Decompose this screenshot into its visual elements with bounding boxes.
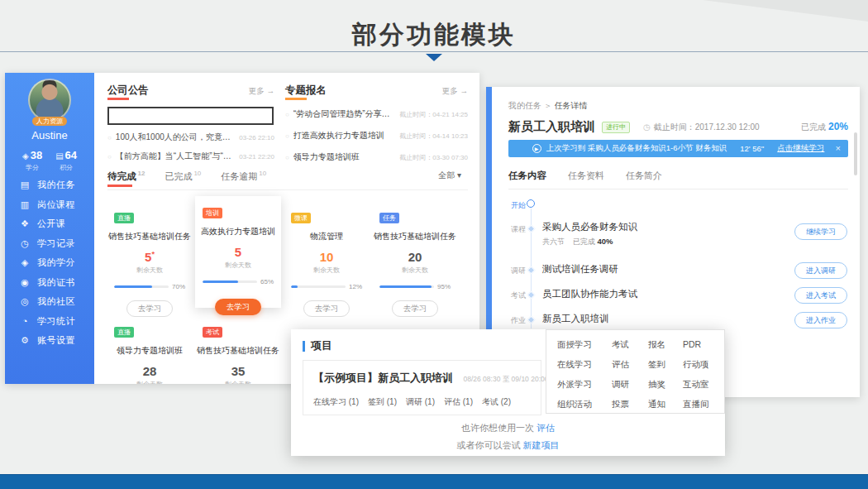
- evaluation-link[interactable]: 评估: [537, 423, 555, 433]
- task-card[interactable]: 微课 物流管理 10 剩余天数 12% 去学习: [284, 203, 370, 302]
- filter-dropdown[interactable]: 全部 ▾: [438, 170, 461, 181]
- menu-item-external-learning[interactable]: 外派学习: [557, 377, 612, 391]
- announcement-item[interactable]: ○ 【前方高能】当“人工智能”与“企业... 03-21 22:20: [107, 151, 274, 162]
- go-learn-button[interactable]: 去学习: [126, 300, 173, 317]
- sidebar-item-my-certificates[interactable]: ◉我的证书: [5, 273, 94, 293]
- days-remaining-value: 10: [284, 250, 370, 264]
- task-title: 新员工入职培训: [508, 119, 595, 135]
- progress-bar: 95%: [379, 283, 451, 290]
- menu-item-organize-activity[interactable]: 组织活动: [557, 397, 612, 411]
- topics-underline: [285, 98, 307, 100]
- breadcrumb-parent[interactable]: 我的任务: [508, 101, 541, 110]
- sidebar-item-learning-stats[interactable]: ◔学习统计: [5, 312, 94, 332]
- menu-item-face-to-face[interactable]: 面授学习: [557, 338, 612, 352]
- go-learn-button[interactable]: 去学习: [215, 299, 261, 315]
- enter-survey-button[interactable]: 进入调研: [794, 262, 847, 279]
- point-icon: ▤: [55, 151, 63, 161]
- continue-learning-link[interactable]: 点击继续学习: [777, 143, 824, 154]
- announcement-item[interactable]: ○ 100人和1000人的公司，究竟区别在... 03-26 22:10: [107, 132, 274, 143]
- menu-item-survey[interactable]: 调研: [612, 377, 648, 391]
- menu-item-pdr[interactable]: PDR: [683, 338, 719, 352]
- sidebar-item-learning-records[interactable]: ◷学习记录: [5, 234, 94, 254]
- timeline-item-title[interactable]: 测试培训任务调研: [542, 263, 618, 276]
- close-icon[interactable]: ×: [836, 143, 841, 153]
- topics-more-link[interactable]: 更多 →: [442, 86, 468, 97]
- menu-item-registration[interactable]: 报名: [648, 338, 683, 352]
- point-stat: ▤64 积分: [55, 147, 77, 172]
- go-learn-button[interactable]: 去学习: [303, 300, 350, 317]
- menu-item-notification[interactable]: 通知: [648, 397, 683, 411]
- menu-item-live-room[interactable]: 直播间: [683, 397, 719, 411]
- sidebar-item-my-credits[interactable]: ◈我的学分: [5, 253, 94, 273]
- announcements-more-link[interactable]: 更多 →: [249, 86, 274, 97]
- topic-text: 领导力专题培训班: [293, 151, 394, 163]
- menu-item-lottery[interactable]: 抽奖: [648, 377, 683, 391]
- days-remaining-label: 剩余天数: [195, 380, 281, 384]
- task-card-highlighted[interactable]: 培训 高效执行力专题培训 5 剩余天数 65% 去学习: [195, 196, 281, 308]
- topic-item[interactable]: ○ 打造高效执行力专题培训 截止时间：04-14 10:23: [285, 130, 468, 141]
- tab-task-intro[interactable]: 任务简介: [626, 170, 662, 182]
- tab-overdue[interactable]: 任务逾期10: [221, 170, 266, 183]
- clock-icon: ◷: [19, 238, 31, 249]
- announcement-date: 03-26 22:10: [239, 134, 274, 141]
- breadcrumb-current: 任务详情: [555, 101, 588, 110]
- days-remaining-value: 5*: [107, 250, 193, 264]
- project-tag: 在线学习 (1): [313, 396, 359, 408]
- user-role-badge: 人力资源: [32, 117, 67, 126]
- days-remaining-value: 28: [107, 364, 193, 378]
- tab-completed[interactable]: 已完成10: [165, 170, 201, 183]
- timeline-item-title[interactable]: 新员工入职培训: [542, 313, 609, 325]
- enter-exam-button[interactable]: 进入考试: [794, 287, 847, 304]
- project-card[interactable]: 【示例项目】新员工入职培训 08/26 08:30 至 09/10 20:00 …: [303, 360, 541, 415]
- project-tag: 评估 (1): [444, 396, 473, 408]
- card-type-badge: 任务: [379, 213, 399, 223]
- sidebar-item-my-tasks[interactable]: ▤我的任务: [5, 175, 94, 195]
- sidebar-item-account-settings[interactable]: ⚙账号设置: [5, 331, 94, 351]
- tab-task-materials[interactable]: 任务资料: [568, 170, 604, 182]
- detail-tabs-divider: [508, 189, 848, 189]
- menu-item-sign-in[interactable]: 签到: [648, 357, 683, 372]
- menu-item-action-items[interactable]: 行动项: [683, 357, 719, 372]
- avatar[interactable]: [28, 79, 71, 122]
- resume-learning-banner[interactable]: ▶ 上次学习到 采购人员必备财务知识1-6小节 财务知识 12' 56'' 点击…: [508, 140, 848, 157]
- graduation-icon: ❖: [19, 218, 31, 229]
- breadcrumb[interactable]: 我的任务 ＞ 任务详情: [508, 100, 588, 112]
- card-title: 领导力专题培训班: [107, 345, 193, 357]
- pie-chart-icon: ◔: [19, 316, 31, 326]
- task-card[interactable]: 直播 领导力专题培训班 28 剩余天数 65% 去学习: [107, 317, 193, 384]
- menu-item-voting[interactable]: 投票: [612, 397, 648, 411]
- topic-item[interactable]: ○ 领导力专题培训班 截止时间：03-30 07:30: [285, 151, 468, 163]
- sidebar-item-label: 岗位课程: [37, 199, 75, 211]
- timeline-item-title[interactable]: 员工团队协作能力考试: [542, 288, 637, 300]
- menu-item-interactive-room[interactable]: 互动室: [683, 377, 719, 391]
- topic-item[interactable]: ○ “劳动合同管理趋势”分享研讨会 截止时间：04-21 14:25: [285, 108, 468, 120]
- timeline-start-label: 开始: [511, 200, 526, 211]
- enter-homework-button[interactable]: 进入作业: [794, 312, 847, 328]
- menu-item-online-learning[interactable]: 在线学习: [557, 357, 612, 372]
- tab-task-content[interactable]: 任务内容: [508, 170, 546, 182]
- sidebar-item-position-courses[interactable]: ▥岗位课程: [5, 195, 94, 215]
- task-card[interactable]: 直播 销售技巧基础培训任务 5* 剩余天数 70% 去学习: [107, 203, 193, 302]
- menu-item-evaluation[interactable]: 评估: [612, 357, 648, 372]
- chevron-down-icon: ▾: [457, 170, 461, 180]
- scrollbar-thumb[interactable]: [854, 132, 857, 175]
- credit-value: 38: [31, 149, 42, 161]
- topic-deadline: 截止时间：04-21 14:25: [399, 110, 468, 119]
- active-tab-underline: [107, 185, 132, 187]
- sidebar-item-label: 我的社区: [37, 295, 75, 308]
- task-card[interactable]: 任务 销售技巧基础培训任务 20 剩余天数 95% 去学习: [372, 203, 458, 302]
- sidebar-item-my-community[interactable]: ◎我的社区: [5, 292, 94, 312]
- sidebar-item-open-class[interactable]: ❖公开课: [5, 214, 94, 234]
- task-card[interactable]: 考试 销售技巧基础培训任务 35 剩余天数 85% 去学习: [195, 317, 281, 384]
- menu-item-exam[interactable]: 考试: [612, 338, 648, 352]
- slide-canvas: 部分功能模块 人力资源 Austine ◈38 学分 ▤64 积分 ▤我的任务 …: [0, 0, 868, 489]
- credit-stat: ◈38 学分: [22, 147, 42, 172]
- continue-learning-button[interactable]: 继续学习: [794, 223, 847, 240]
- banner-text: 上次学习到 采购人员必备财务知识1-6小节 财务知识: [546, 143, 727, 154]
- tab-pending[interactable]: 待完成12: [107, 170, 145, 183]
- new-project-link[interactable]: 新建项目: [523, 440, 560, 450]
- timeline-item-title[interactable]: 采购人员必备财务知识: [542, 221, 637, 233]
- project-name: 【示例项目】新员工入职培训: [313, 372, 453, 384]
- timeline-step-type: 调研: [511, 266, 526, 276]
- go-learn-button[interactable]: 去学习: [392, 300, 438, 317]
